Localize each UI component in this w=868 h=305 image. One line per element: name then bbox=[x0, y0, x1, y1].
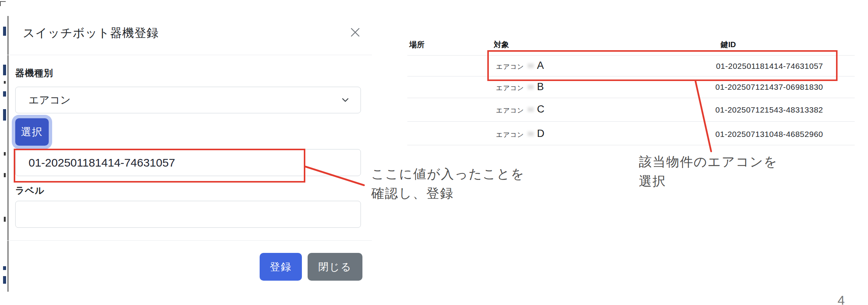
target-letter: D bbox=[537, 128, 545, 140]
modal-footer-divider bbox=[8, 240, 372, 241]
redaction-smudge bbox=[528, 85, 534, 89]
table-row-keyid-c[interactable]: 01-202507121543-48313382 bbox=[640, 105, 823, 114]
table-row-keyid-b[interactable]: 01-202507121437-06981830 bbox=[640, 83, 823, 92]
redaction-smudge bbox=[528, 132, 534, 136]
table-row-target-c[interactable]: エアコン C bbox=[496, 103, 545, 115]
background-artifact bbox=[3, 266, 6, 270]
highlight-rect-table-row bbox=[487, 50, 838, 81]
target-letter: B bbox=[537, 81, 544, 93]
chevron-down-icon bbox=[340, 95, 351, 105]
background-artifact bbox=[4, 173, 6, 177]
target-text: エアコン bbox=[496, 84, 524, 92]
table-header-target: 対象 bbox=[494, 40, 509, 50]
background-artifact bbox=[4, 81, 6, 84]
device-type-label: 器機種別 bbox=[15, 67, 53, 79]
redaction-smudge bbox=[528, 107, 534, 112]
close-button[interactable]: 閉じる bbox=[308, 253, 362, 281]
target-letter: C bbox=[537, 103, 545, 115]
table-header-key-id: 鍵ID bbox=[721, 40, 736, 50]
corner-bracket-artifact bbox=[0, 1, 6, 6]
background-artifact bbox=[3, 276, 6, 284]
background-artifact bbox=[3, 91, 6, 97]
label-field-label: ラベル bbox=[15, 184, 45, 197]
table-divider bbox=[407, 98, 855, 98]
background-artifact bbox=[4, 217, 6, 222]
background-artifact bbox=[3, 65, 6, 75]
annotation-note-select-aircon: 該当物件のエアコンを 選択 bbox=[639, 152, 778, 191]
close-icon[interactable] bbox=[349, 26, 362, 40]
device-type-selected-value: エアコン bbox=[29, 93, 340, 107]
annotation-note-confirm-register: ここに値が入ったことを 確認し、登録 bbox=[371, 164, 525, 203]
page-number: 4 bbox=[838, 293, 845, 305]
register-button[interactable]: 登録 bbox=[260, 253, 302, 281]
table-divider bbox=[407, 121, 855, 122]
select-button[interactable]: 選択 bbox=[15, 118, 49, 146]
modal-title: スイッチボット器機登録 bbox=[23, 25, 159, 41]
background-artifact bbox=[4, 152, 6, 156]
label-input[interactable] bbox=[15, 201, 361, 228]
target-text: エアコン bbox=[496, 130, 524, 139]
target-text: エアコン bbox=[496, 106, 524, 115]
table-divider bbox=[407, 145, 855, 145]
background-artifact bbox=[3, 109, 6, 121]
table-header-place: 場所 bbox=[409, 40, 424, 50]
modal-header-divider bbox=[8, 55, 372, 55]
device-type-select[interactable]: エアコン bbox=[15, 87, 361, 113]
table-row-target-d[interactable]: エアコン D bbox=[496, 128, 545, 140]
background-artifact bbox=[3, 27, 6, 36]
highlight-rect-input bbox=[14, 149, 305, 183]
table-row-keyid-d[interactable]: 01-202507131048-46852960 bbox=[640, 130, 823, 139]
table-row-target-b[interactable]: エアコン B bbox=[496, 81, 544, 93]
